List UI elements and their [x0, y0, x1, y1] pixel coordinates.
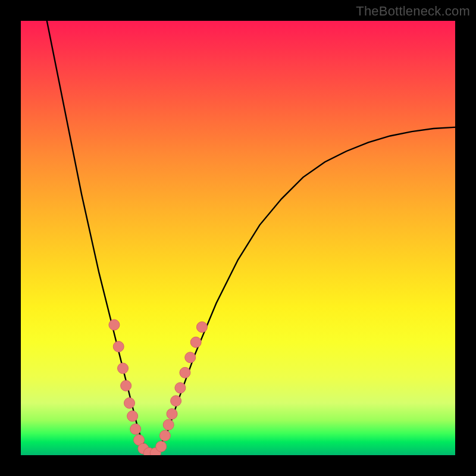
- data-marker: [118, 363, 129, 374]
- data-marker: [171, 396, 181, 406]
- data-marker: [167, 409, 177, 419]
- plot-area: [21, 21, 455, 455]
- data-marker: [175, 383, 186, 393]
- data-marker: [121, 380, 131, 391]
- curve-layer: [47, 21, 455, 455]
- data-marker: [163, 419, 174, 430]
- data-marker: [113, 342, 124, 352]
- data-marker: [196, 322, 207, 333]
- data-marker: [109, 320, 120, 330]
- watermark-text: TheBottleneck.com: [356, 4, 470, 19]
- data-marker: [190, 337, 201, 347]
- data-marker: [180, 367, 190, 378]
- chart-frame: TheBottleneck.com: [0, 0, 476, 476]
- data-marker: [124, 397, 135, 408]
- bottleneck-curve: [47, 21, 455, 455]
- marker-layer: [109, 320, 207, 455]
- data-marker: [185, 352, 196, 363]
- data-marker: [130, 424, 141, 434]
- data-marker: [127, 411, 138, 421]
- data-marker: [159, 430, 170, 441]
- chart-svg: [21, 21, 455, 455]
- data-marker: [156, 441, 167, 452]
